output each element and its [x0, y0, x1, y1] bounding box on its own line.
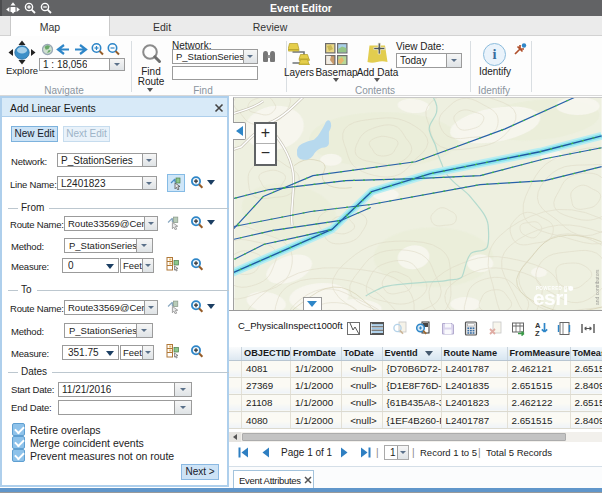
svg-text:esri: esri — [533, 286, 568, 309]
svg-text:and contributors: and contributors — [595, 269, 600, 305]
svg-text:Z: Z — [535, 329, 540, 337]
